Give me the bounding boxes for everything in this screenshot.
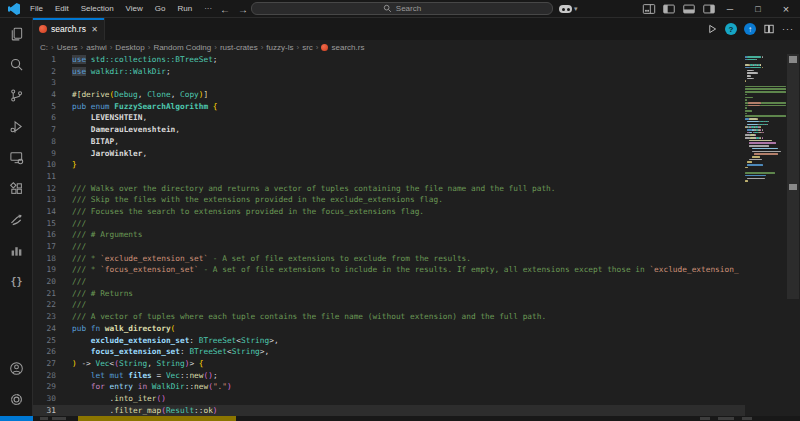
line-number[interactable]: 8 [33,136,56,148]
menu-item-file[interactable]: File [24,0,49,18]
split-editor-icon[interactable] [763,23,775,35]
line-number[interactable]: 25 [33,335,56,347]
code-line[interactable]: 13/// Skip the files with the extensions… [33,194,745,206]
remote-explorer-icon[interactable] [0,142,33,173]
code-line[interactable]: 9 JaroWinkler, [33,148,745,160]
code-line[interactable]: 19/// * `focus_extension_set` - A set of… [33,264,745,276]
menu-item-run[interactable]: Run [171,0,198,18]
line-number[interactable]: 17 [33,241,56,253]
customize-layout-icon[interactable] [642,2,656,16]
editor-scrollbar[interactable] [786,54,800,421]
menu-item-view[interactable]: View [120,0,149,18]
command-center-search[interactable]: Search [251,2,553,15]
code-line[interactable]: 7 DamerauLevenshtein, [33,124,745,136]
code-line[interactable]: 3 [33,77,745,89]
line-number[interactable]: 2 [33,66,56,78]
code-line[interactable]: 15/// [33,218,745,230]
bar-chart-extension-icon[interactable] [0,235,33,266]
nav-back-icon[interactable]: ← [220,4,230,15]
code-line[interactable]: 26 focus_extension_set: BTreeSet<String>… [33,346,745,358]
breadcrumb-item[interactable]: Users [57,43,78,52]
code-line[interactable]: 22/// [33,299,745,311]
code-line[interactable]: 8 BITAP, [33,136,745,148]
line-number[interactable]: 9 [33,148,56,160]
breadcrumb-item[interactable]: C: [40,43,48,52]
menu-item-selection[interactable]: Selection [75,0,120,18]
line-number[interactable]: 15 [33,218,56,230]
line-number[interactable]: 28 [33,370,56,382]
line-number[interactable]: 19 [33,264,56,276]
code-line[interactable]: 4#[derive(Debug, Clone, Copy)] [33,89,745,101]
breadcrumb-item[interactable]: Random Coding [153,43,211,52]
menu-item-go[interactable]: Go [149,0,172,18]
breadcrumb-item[interactable]: search.rs [321,43,364,52]
status-item[interactable] [718,417,734,420]
maximize-button[interactable]: □ [744,0,772,18]
line-number[interactable]: 22 [33,299,56,311]
code-line[interactable]: 25 exclude_extension_set: BTreeSet<Strin… [33,335,745,347]
help-badge-icon[interactable]: ? [725,23,737,35]
code-line[interactable]: 27) -> Vec<(String, String)> { [33,358,745,370]
extensions-icon[interactable] [0,173,33,204]
line-number[interactable]: 12 [33,183,56,195]
code-line[interactable]: 12/// Walks over the directory and retur… [33,183,745,195]
line-number[interactable]: 5 [33,101,56,113]
line-number[interactable]: 23 [33,311,56,323]
menu-item-edit[interactable]: Edit [49,0,75,18]
scrollbar-slider[interactable] [787,54,799,299]
run-file-icon[interactable] [706,23,718,35]
code-line[interactable]: 14/// Focuses the search to extensions p… [33,206,745,218]
breadcrumb-item[interactable]: src [302,43,313,52]
code-line[interactable]: 20/// [33,276,745,288]
status-item[interactable] [40,417,48,420]
line-number[interactable]: 4 [33,89,56,101]
line-number[interactable]: 3 [33,77,56,89]
toggle-sidebar-icon[interactable] [662,2,676,16]
status-item[interactable] [52,417,66,420]
minimize-button[interactable]: ─ [716,0,744,18]
more-actions-icon[interactable]: ··· [782,24,794,34]
line-number[interactable]: 6 [33,112,56,124]
line-number[interactable]: 18 [33,253,56,265]
settings-gear-icon[interactable] [0,384,33,415]
line-number[interactable]: 16 [33,229,56,241]
account-icon[interactable] [0,353,33,384]
remote-indicator[interactable] [0,416,33,421]
line-number[interactable]: 13 [33,194,56,206]
line-number[interactable]: 29 [33,381,56,393]
code-line[interactable]: 2use walkdir::WalkDir; [33,66,745,78]
close-button[interactable]: × [772,0,800,18]
code-line[interactable]: 23/// A vector of tuples where each tupl… [33,311,745,323]
code-line[interactable]: 28 let mut files = Vec::new(); [33,370,745,382]
code-line[interactable]: 30 .into_iter() [33,393,745,405]
status-item[interactable] [742,417,752,420]
run-and-debug-icon[interactable] [0,111,33,142]
status-warning-badge[interactable] [78,416,236,421]
code-line[interactable]: 11 [33,171,745,183]
copilot-button[interactable]: ▾ [559,2,578,16]
upload-badge-icon[interactable]: ↑ [744,23,756,35]
line-number[interactable]: 24 [33,323,56,335]
code-line[interactable]: 21/// # Returns [33,288,745,300]
code-line[interactable]: 10} [33,159,745,171]
line-number[interactable]: 21 [33,288,56,300]
line-number[interactable]: 10 [33,159,56,171]
minimap[interactable] [745,56,786,421]
line-number[interactable]: 31 [33,405,56,417]
line-number[interactable]: 14 [33,206,56,218]
line-number[interactable]: 27 [33,358,56,370]
toggle-secondary-sidebar-icon[interactable] [702,2,716,16]
swoosh-extension-icon[interactable] [0,204,33,235]
explorer-icon[interactable] [0,18,33,49]
status-item[interactable] [700,417,710,420]
braces-extension-icon[interactable]: {} [0,266,33,297]
tab-close-icon[interactable]: ✕ [91,25,98,34]
search-icon[interactable] [0,49,33,80]
code-line[interactable]: 29 for entry in WalkDir::new(".") [33,381,745,393]
code-line[interactable]: 24pub fn walk_directory( [33,323,745,335]
breadcrumb-item[interactable]: rust-crates [220,43,258,52]
line-number[interactable]: 1 [33,54,56,66]
code-line[interactable]: 6 LEVENSHTEIN, [33,112,745,124]
tab-search-rs[interactable]: search.rs ✕ [33,18,105,40]
code-line[interactable]: 1use std::collections::BTreeSet; [33,54,745,66]
